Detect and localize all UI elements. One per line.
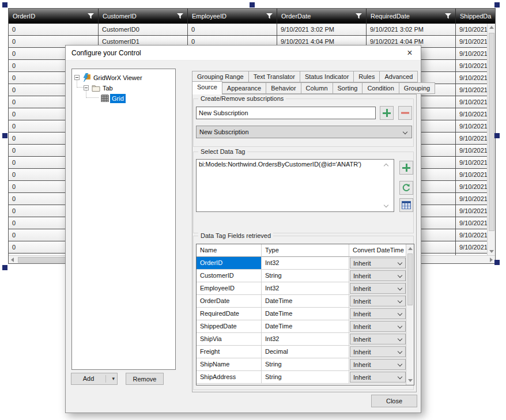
show-table-button[interactable] xyxy=(399,198,413,212)
grid-column-header-orderid[interactable]: OrderID xyxy=(9,9,99,24)
add-button[interactable]: Add ▾ xyxy=(71,373,118,385)
tab-advanced[interactable]: Advanced xyxy=(380,71,418,82)
filter-icon[interactable] xyxy=(177,13,183,19)
filter-icon[interactable] xyxy=(445,13,451,19)
convert-datetime-dropdown[interactable]: Inherit xyxy=(350,346,406,357)
tree-collapse-icon[interactable] xyxy=(84,85,89,90)
fields-column-header[interactable]: Type xyxy=(262,244,349,257)
refresh-data-tag-button[interactable] xyxy=(399,181,413,195)
remove-button[interactable]: Remove xyxy=(126,373,164,385)
filter-icon[interactable] xyxy=(356,13,362,19)
chevron-down-icon xyxy=(403,130,407,134)
grid-column-header-employeeid[interactable]: EmployeeID xyxy=(188,9,277,24)
table-cell: 9/10/2021 xyxy=(456,84,487,96)
filter-icon[interactable] xyxy=(266,13,273,19)
add-data-tag-button[interactable] xyxy=(399,161,413,175)
tab-grouping[interactable]: Grouping xyxy=(399,82,435,94)
close-button[interactable]: Close xyxy=(371,395,417,407)
selection-handle[interactable] xyxy=(2,2,7,7)
grid-column-header-customerid[interactable]: CustomerID xyxy=(99,9,188,24)
add-subscription-button[interactable] xyxy=(380,106,394,120)
field-name-cell[interactable]: ShipName xyxy=(197,358,262,371)
field-name-cell[interactable]: RequiredDate xyxy=(197,308,262,320)
dialog-titlebar[interactable]: Configure your Control × xyxy=(66,46,421,60)
tab-condition[interactable]: Condition xyxy=(362,82,399,94)
tree-collapse-icon[interactable] xyxy=(74,75,80,80)
groupbox-label: Select Data Tag xyxy=(198,148,247,155)
scrollbar-thumb[interactable] xyxy=(18,257,67,263)
field-row[interactable]: ShipAddressStringInherit xyxy=(197,371,414,384)
selection-handle[interactable] xyxy=(494,133,500,138)
tree-item-grid[interactable]: Grid xyxy=(72,94,175,103)
scroll-up-icon[interactable] xyxy=(408,247,413,250)
field-name-cell[interactable]: ShipVia xyxy=(197,333,262,346)
selection-handle[interactable] xyxy=(494,260,500,265)
scroll-left-icon[interactable] xyxy=(11,258,14,262)
field-name-cell[interactable]: OrderDate xyxy=(197,295,262,308)
tab-behavior[interactable]: Behavior xyxy=(266,82,301,94)
tab-appearance[interactable]: Appearance xyxy=(222,82,266,94)
field-row[interactable]: FreightDecimalInherit xyxy=(197,346,414,358)
tab-source[interactable]: Source xyxy=(192,81,222,94)
convert-datetime-dropdown[interactable]: Inherit xyxy=(350,270,406,281)
tab-status-indicator[interactable]: Status Indicator xyxy=(300,71,354,82)
tab-row-1: Grouping RangeText TranslatorStatus Indi… xyxy=(192,71,418,82)
scroll-up-icon[interactable] xyxy=(489,26,494,29)
tab-column[interactable]: Column xyxy=(301,82,333,94)
field-row[interactable]: CustomerIDStringInherit xyxy=(197,270,414,282)
grid-column-header-orderdate[interactable]: OrderDate xyxy=(277,9,367,24)
remove-subscription-button[interactable] xyxy=(398,106,412,120)
convert-datetime-dropdown[interactable]: Inherit xyxy=(350,308,406,319)
convert-datetime-dropdown[interactable]: Inherit xyxy=(350,258,406,268)
field-name-cell[interactable]: CustomerID xyxy=(197,270,262,282)
fields-column-header[interactable]: Convert DateTime xyxy=(349,244,407,257)
tab-grouping-range[interactable]: Grouping Range xyxy=(192,71,249,82)
scroll-down-icon[interactable] xyxy=(408,379,413,382)
tab-text-translator[interactable]: Text Translator xyxy=(249,71,300,82)
field-row[interactable]: OrderIDInt32Inherit xyxy=(197,257,414,270)
fields-table-scrollbar[interactable] xyxy=(406,244,414,385)
field-row[interactable]: ShipNameStringInherit xyxy=(197,358,414,371)
field-row[interactable]: RequiredDateDateTimeInherit xyxy=(197,308,414,320)
field-row[interactable]: OrderDateDateTimeInherit xyxy=(197,295,414,308)
grid-vertical-scrollbar[interactable] xyxy=(487,24,495,255)
subscription-name-input[interactable] xyxy=(196,107,376,119)
table-row[interactable]: 0CustomerID009/10/2021 3:02 PM9/10/2021 … xyxy=(9,24,487,36)
tab-rules[interactable]: Rules xyxy=(354,71,380,82)
field-name-cell[interactable]: EmployeeID xyxy=(197,282,262,295)
scrollbar-thumb[interactable] xyxy=(407,253,413,305)
tree-item-tab[interactable]: Tab xyxy=(72,84,175,93)
selection-handle[interactable] xyxy=(2,265,7,270)
close-icon[interactable]: × xyxy=(403,47,416,59)
convert-datetime-dropdown[interactable]: Inherit xyxy=(350,372,406,383)
grid-column-header-shippedda[interactable]: ShippedDa xyxy=(456,9,495,24)
tab-sorting[interactable]: Sorting xyxy=(333,82,363,94)
chevron-down-icon xyxy=(398,298,402,303)
convert-datetime-dropdown[interactable]: Inherit xyxy=(350,283,406,294)
field-name-cell[interactable]: ShippedDate xyxy=(197,320,262,333)
dropdown-value: Inherit xyxy=(353,296,371,307)
chevron-down-icon[interactable]: ▾ xyxy=(112,373,115,384)
filter-icon[interactable] xyxy=(88,13,94,19)
fields-column-header[interactable]: Name xyxy=(197,244,262,257)
selection-handle[interactable] xyxy=(250,2,255,7)
selection-handle[interactable] xyxy=(494,2,500,7)
field-row[interactable]: ShippedDateDateTimeInherit xyxy=(197,320,414,333)
scrollbar-thumb[interactable] xyxy=(489,33,494,231)
convert-datetime-dropdown[interactable]: Inherit xyxy=(350,321,406,332)
field-name-cell[interactable]: Freight xyxy=(197,346,262,358)
selection-handle[interactable] xyxy=(2,133,7,138)
scroll-down-icon[interactable] xyxy=(489,250,494,253)
grid-column-header-requireddate[interactable]: RequiredDate xyxy=(367,9,456,24)
convert-datetime-dropdown[interactable]: Inherit xyxy=(350,359,406,370)
tree-item-gridworx-viewer[interactable]: GridWorX Viewer xyxy=(72,73,175,82)
subscription-dropdown[interactable]: New Subscription xyxy=(196,126,412,138)
field-row[interactable]: EmployeeIDInt32Inherit xyxy=(197,282,414,295)
scroll-right-icon[interactable] xyxy=(490,258,493,262)
convert-datetime-dropdown[interactable]: Inherit xyxy=(350,334,406,345)
field-row[interactable]: ShipViaInt32Inherit xyxy=(197,333,414,346)
field-name-cell[interactable]: ShipAddress xyxy=(197,371,262,384)
field-name-cell[interactable]: OrderID xyxy=(197,257,262,270)
convert-datetime-dropdown[interactable]: Inherit xyxy=(350,296,406,307)
data-tag-textarea[interactable]: bi:Models:Northwind.OrdersByCustomerID(@… xyxy=(196,159,394,212)
